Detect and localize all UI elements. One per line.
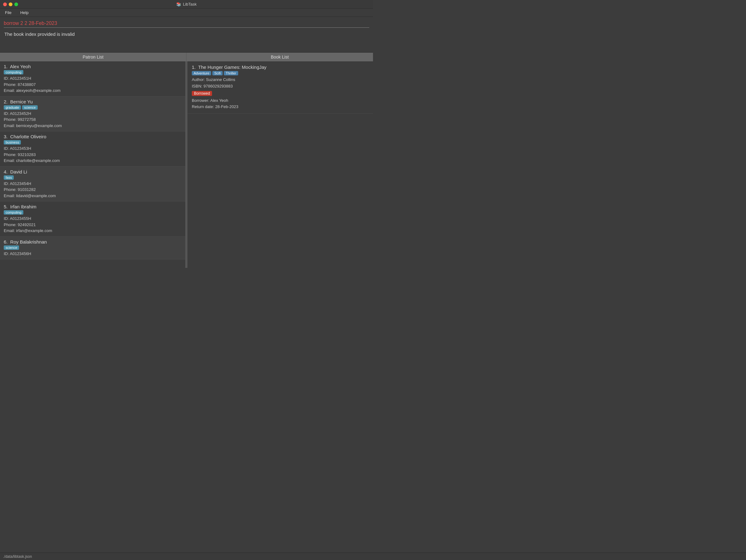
- patron-id: ID: A0123452H: [4, 111, 181, 117]
- list-item: 4. David Li fass ID: A0123454H Phone: 91…: [0, 167, 185, 202]
- patron-id: ID: A0123453H: [4, 145, 181, 152]
- patron-tag: business: [4, 140, 21, 144]
- book-borrower: Borrower: Alex Yeoh: [192, 97, 369, 104]
- patron-tags: graduatescience: [4, 105, 181, 110]
- list-item: 1. The Hunger Games: MockingJay Adventur…: [188, 61, 373, 114]
- status-badge: Borrowed: [192, 91, 212, 96]
- command-area: [0, 17, 373, 28]
- patron-name: 6. Roy Balakrishnan: [4, 239, 181, 245]
- patron-tag: science: [4, 246, 19, 250]
- book-tags: AdventureScifiThriller: [192, 71, 369, 75]
- patron-id: ID: A0123451H: [4, 75, 181, 82]
- patron-phone: Phone: 99272758: [4, 116, 181, 123]
- patron-tags: computing: [4, 210, 181, 215]
- close-button[interactable]: [3, 2, 7, 6]
- patron-phone: Phone: 87438807: [4, 82, 181, 88]
- list-item: 6. Roy Balakrishnan science ID: A0123456…: [0, 237, 185, 260]
- list-item: 3. Charlotte Oliveiro business ID: A0123…: [0, 132, 185, 167]
- book-tag: Scifi: [212, 71, 223, 75]
- menu-bar: File Help: [0, 9, 373, 17]
- output-area: The book index provided is invalid: [0, 28, 373, 53]
- patron-tag: computing: [4, 70, 23, 75]
- patron-id: ID: A0123456H: [4, 251, 181, 257]
- list-item: 1. Alex Yeoh computing ID: A0123451H Pho…: [0, 61, 185, 96]
- patron-name: 4. David Li: [4, 169, 181, 174]
- patron-id: ID: A0123455H: [4, 216, 181, 222]
- patron-email: Email: alexyeoh@example.com: [4, 87, 181, 94]
- patron-tags: business: [4, 140, 181, 144]
- patron-name: 1. Alex Yeoh: [4, 64, 181, 69]
- patron-list-section: 1. Alex Yeoh computing ID: A0123451H Pho…: [0, 61, 185, 268]
- patron-name: 2. Bernice Yu: [4, 99, 181, 104]
- book-return-date: Return date: 28-Feb-2023: [192, 104, 369, 110]
- patron-tags: science: [4, 246, 181, 250]
- window-controls[interactable]: [3, 2, 18, 6]
- output-message: The book index provided is invalid: [4, 31, 75, 37]
- list-item: 5. Irfan Ibrahim computing ID: A0123455H…: [0, 201, 185, 237]
- command-input[interactable]: [4, 20, 369, 28]
- title-bar: 📚 LibTask: [0, 0, 373, 9]
- patron-list-scroll[interactable]: 1. Alex Yeoh computing ID: A0123451H Pho…: [0, 61, 185, 268]
- patron-email: Email: berniceyu@example.com: [4, 123, 181, 129]
- book-list-section: 1. The Hunger Games: MockingJay Adventur…: [188, 61, 373, 268]
- book-title: 1. The Hunger Games: MockingJay: [192, 64, 369, 70]
- book-list-scroll[interactable]: 1. The Hunger Games: MockingJay Adventur…: [188, 61, 373, 268]
- patron-email: Email: lidavid@example.com: [4, 193, 181, 199]
- patron-name: 5. Irfan Ibrahim: [4, 204, 181, 209]
- book-isbn: ISBN: 9786029293883: [192, 83, 369, 90]
- patron-tag: graduate: [4, 105, 21, 110]
- book-tag: Adventure: [192, 71, 211, 75]
- patron-phone: Phone: 92492021: [4, 222, 181, 228]
- patron-email: Email: irfan@example.com: [4, 228, 181, 234]
- patron-tags: fass: [4, 175, 181, 180]
- minimize-button[interactable]: [9, 2, 12, 6]
- patron-id: ID: A0123454H: [4, 180, 181, 187]
- patron-email: Email: charlotte@example.com: [4, 158, 181, 164]
- patron-tag: fass: [4, 175, 14, 180]
- patron-tags: computing: [4, 70, 181, 75]
- patron-tag: computing: [4, 210, 23, 215]
- book-tag: Thriller: [224, 71, 238, 75]
- patron-name: 3. Charlotte Oliveiro: [4, 134, 181, 139]
- menu-file[interactable]: File: [3, 10, 13, 16]
- patron-phone: Phone: 93210283: [4, 152, 181, 158]
- menu-help[interactable]: Help: [18, 10, 30, 16]
- patron-tag: science: [22, 105, 37, 110]
- maximize-button[interactable]: [14, 2, 18, 6]
- app-icon: 📚: [176, 2, 181, 6]
- patron-phone: Phone: 91031282: [4, 187, 181, 193]
- book-author: Author: Suzanne Collins: [192, 77, 369, 83]
- patron-list-header: Patron List: [0, 53, 186, 61]
- book-list-header: Book List: [186, 53, 373, 61]
- app-title: 📚 LibTask: [176, 2, 197, 6]
- list-item: 2. Bernice Yu graduatescience ID: A01234…: [0, 96, 185, 132]
